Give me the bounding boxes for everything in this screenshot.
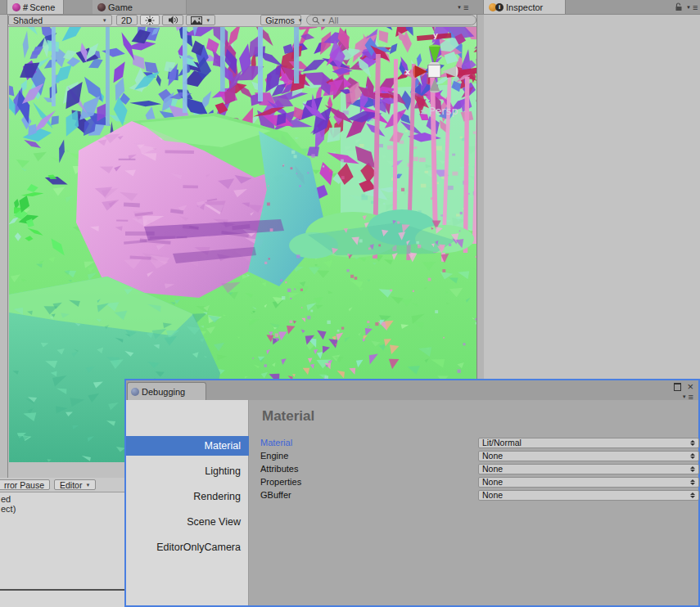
- tab-scene-label: Scene: [29, 2, 55, 12]
- dropdown-value: None: [482, 478, 688, 487]
- speaker-icon: [168, 16, 178, 25]
- chevron-down-icon: ▼: [298, 18, 303, 23]
- 2d-toggle-button[interactable]: 2D: [116, 15, 138, 25]
- field-row-gbuffer: GBufferNone: [249, 490, 698, 501]
- updown-arrows-icon: [690, 479, 695, 485]
- sun-icon: [145, 16, 155, 25]
- gizmo-center-cube[interactable]: [428, 65, 440, 78]
- debugging-sidebar: MaterialLightingRenderingScene ViewEdito…: [126, 400, 249, 605]
- properties-dropdown[interactable]: None: [478, 477, 699, 488]
- scene-tab-icon: [12, 3, 20, 11]
- engine-dropdown[interactable]: None: [478, 451, 699, 461]
- image-icon: [191, 16, 202, 25]
- field-row-properties: PropertiesNone: [249, 477, 698, 488]
- field-row-engine: EngineNone: [249, 451, 698, 462]
- gizmos-label: Gizmos: [265, 16, 295, 25]
- effects-dropdown-button[interactable]: ▼: [186, 15, 215, 25]
- updown-arrows-icon: [690, 453, 695, 459]
- console-toolbar: rror PauseEditor▼: [0, 478, 124, 492]
- menu-icon: ≡: [463, 3, 468, 11]
- console-panel: rror PauseEditor▼ edect): [0, 478, 124, 607]
- inspector-header-icons: ▼ ≡: [675, 2, 698, 11]
- debugging-tab-icon: [131, 388, 139, 396]
- field-row-attributes: AttributesNone: [249, 464, 698, 475]
- tab-debugging[interactable]: Debugging: [127, 382, 206, 400]
- attributes-dropdown[interactable]: None: [478, 464, 699, 474]
- material-dropdown[interactable]: Lit/Normal: [478, 438, 699, 448]
- chevron-down-icon: ▼: [85, 483, 90, 488]
- chevron-down-icon: ▼: [321, 18, 326, 23]
- chevron-down-icon: ▼: [457, 5, 462, 10]
- tab-inspector[interactable]: i Inspector: [483, 0, 566, 14]
- chevron-down-icon: ▼: [205, 18, 210, 23]
- grid-icon: #: [23, 2, 28, 12]
- tab-game-label: Game: [108, 2, 133, 12]
- persp-icon: ≤: [420, 106, 427, 115]
- debugging-titlebar[interactable]: Debugging × ▼ ≡: [126, 380, 698, 400]
- field-label: Attributes: [260, 464, 298, 474]
- maximize-icon[interactable]: [674, 383, 681, 391]
- updown-arrows-icon: [690, 466, 695, 472]
- tab-scene[interactable]: # Scene: [7, 0, 64, 14]
- tab-inspector-label: Inspector: [506, 2, 543, 12]
- search-value: All: [328, 16, 338, 25]
- unity-editor-root: ≡ # Scene Game ▼ ≡ i Inspector ▼: [0, 0, 700, 607]
- dropdown-value: None: [482, 452, 688, 461]
- scene-search-input[interactable]: ▼ All: [306, 15, 476, 25]
- info-icon: i: [495, 3, 504, 11]
- updown-arrows-icon: [690, 440, 695, 446]
- field-label: Properties: [260, 477, 301, 488]
- close-icon[interactable]: ×: [687, 383, 693, 391]
- shading-mode-dropdown[interactable]: Shaded ▼: [8, 15, 112, 25]
- tab-game[interactable]: Game: [93, 0, 187, 14]
- panel-heading: Material: [262, 408, 314, 425]
- console-log-line[interactable]: ect): [1, 504, 16, 514]
- gizmos-dropdown[interactable]: Gizmos ▼: [260, 15, 301, 25]
- debug-sidebar-item-material[interactable]: Material: [126, 436, 249, 456]
- search-icon: [312, 16, 320, 25]
- lock-icon[interactable]: [675, 2, 683, 11]
- 2d-label: 2D: [121, 16, 132, 25]
- debug-sidebar-item-rendering[interactable]: Rendering: [126, 487, 249, 506]
- debugging-detail-panel: Material MaterialLit/NormalEngineNoneAtt…: [249, 400, 698, 605]
- debugging-window: Debugging × ▼ ≡ MaterialLightingRenderin…: [124, 379, 700, 607]
- dropdown-value: Lit/Normal: [482, 438, 688, 447]
- shading-mode-label: Shaded: [13, 16, 99, 25]
- tab-debugging-label: Debugging: [142, 387, 185, 397]
- field-label: GBuffer: [260, 490, 291, 501]
- console-log-line[interactable]: ed: [1, 494, 16, 504]
- debug-sidebar-item-lighting[interactable]: Lighting: [126, 461, 249, 481]
- field-row-material: MaterialLit/Normal: [249, 438, 698, 449]
- debug-sidebar-item-scene-view[interactable]: Scene View: [126, 512, 249, 532]
- field-label: Material: [260, 438, 292, 448]
- lighting-toggle-button[interactable]: [140, 15, 160, 25]
- scene-view-toolbar: Shaded ▼ 2D: [8, 14, 476, 27]
- persp-label[interactable]: Persp: [429, 105, 458, 117]
- audio-toggle-button[interactable]: [162, 15, 183, 25]
- dropdown-value: None: [482, 465, 688, 474]
- console-log-lines[interactable]: edect): [1, 494, 16, 514]
- scene-pane-menu[interactable]: ▼ ≡: [457, 3, 468, 11]
- gizmo-x-axis-label: x: [405, 68, 410, 76]
- field-label: Engine: [260, 451, 288, 461]
- game-tab-icon: [97, 3, 106, 11]
- updown-arrows-icon: [690, 492, 695, 498]
- debugging-content: MaterialLightingRenderingScene ViewEdito…: [126, 400, 698, 605]
- console-splitter[interactable]: [0, 589, 124, 591]
- chevron-down-icon: ▼: [682, 394, 687, 399]
- gizmo-y-axis-label: y: [433, 31, 438, 39]
- menu-icon: ≡: [693, 3, 698, 11]
- gbuffer-dropdown[interactable]: None: [478, 490, 699, 501]
- dropdown-value: None: [482, 491, 688, 500]
- chevron-down-icon: ▼: [102, 18, 107, 23]
- console-button-rror-pause[interactable]: rror Pause: [0, 479, 50, 490]
- debug-sidebar-item-editoronlycamera[interactable]: EditorOnlyCamera: [126, 537, 249, 557]
- console-button-editor[interactable]: Editor▼: [54, 479, 96, 490]
- top-tabbar: # Scene Game ▼ ≡ i Inspector ▼ ≡: [0, 0, 700, 15]
- chevron-down-icon: ▼: [686, 5, 691, 10]
- inspector-pane-menu[interactable]: ▼ ≡: [686, 3, 698, 11]
